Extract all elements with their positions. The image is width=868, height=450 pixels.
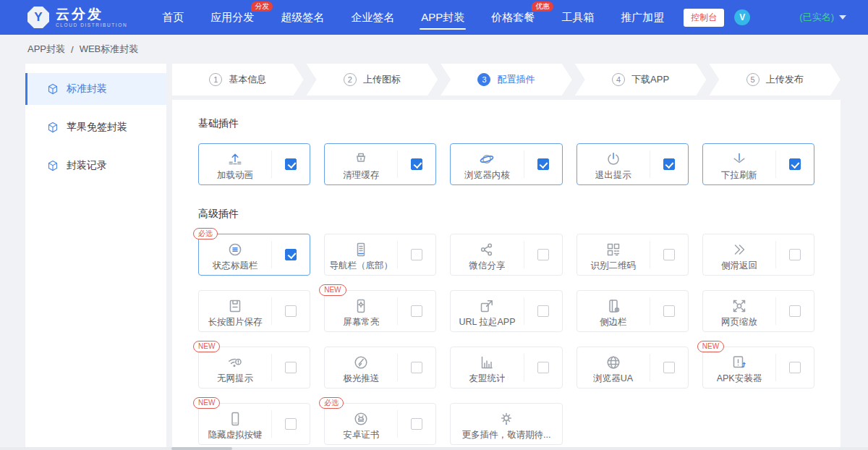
plugin-checkbox[interactable] — [411, 305, 422, 317]
plugin-card-1-7[interactable]: URL 拉起APP — [450, 290, 562, 332]
zoom-expand-icon — [731, 297, 748, 315]
plugin-checkbox[interactable] — [285, 362, 297, 373]
plugin-card-1-15[interactable]: NEW隐藏虚拟按键 — [198, 403, 310, 445]
nav-item-4[interactable]: APP封装 — [421, 0, 464, 35]
plugin-card-1-1[interactable]: 导航栏（底部） — [324, 234, 436, 276]
plugin-checkbox[interactable] — [789, 249, 801, 260]
nav-item-label: 应用分发 — [210, 11, 254, 25]
app-logo[interactable]: Y 云分发 CLOUD DISTRIBUTION — [27, 7, 127, 28]
plugin-info: 隐藏虚拟按键 — [199, 407, 271, 441]
plugin-checkbox[interactable] — [411, 362, 422, 373]
plugin-card-0-4[interactable]: 下拉刷新 — [702, 143, 814, 185]
account-menu[interactable]: (已实名) — [799, 11, 846, 24]
plugin-label: 识别二维码 — [590, 260, 636, 271]
wizard-step-1[interactable]: 1基本信息 — [172, 64, 304, 95]
nav-item-7[interactable]: 推广加盟 — [621, 0, 664, 35]
sidebar-item-1[interactable]: 苹果免签封装 — [25, 111, 166, 143]
plugin-label: 友盟统计 — [469, 373, 505, 384]
plugin-card-1-10[interactable]: NEW无网提示 — [198, 347, 310, 389]
sidebar: 标准封装苹果免签封装封装记录 — [25, 64, 166, 450]
section-title: 高级插件 — [198, 208, 814, 221]
horizontal-scrollbar-thumb[interactable] — [171, 447, 232, 450]
wizard-step-4[interactable]: 4下载APP — [575, 64, 707, 95]
plugin-card-1-12[interactable]: 友盟统计 — [450, 347, 562, 389]
plugin-checkbox[interactable] — [663, 362, 675, 373]
step-number: 1 — [209, 73, 222, 86]
user-avatar[interactable]: V — [734, 9, 750, 25]
nav-item-label: 企业签名 — [351, 11, 394, 25]
plugin-panel: 基础插件加载动画清理缓存浏览器内核退出提示下拉刷新高级插件必选状态标题栏导航栏（… — [172, 100, 841, 450]
plugin-info: APK安装器 — [703, 351, 775, 384]
nav-item-label: 价格套餐 — [491, 11, 535, 25]
plugin-checkbox[interactable] — [537, 362, 549, 373]
plugin-checkbox[interactable] — [285, 158, 297, 170]
plugin-checkbox[interactable] — [411, 249, 422, 260]
plugin-card-1-16[interactable]: 必选安卓证书 — [324, 403, 436, 445]
plugin-card-1-3[interactable]: 识别二维码 — [576, 234, 689, 276]
plugin-card-1-4[interactable]: 侧滑返回 — [702, 234, 814, 276]
wizard-step-3[interactable]: 3配置插件 — [441, 64, 572, 95]
plugin-checkbox[interactable] — [285, 418, 297, 430]
plugin-card-0-2[interactable]: 浏览器内核 — [450, 143, 562, 185]
plugin-card-1-2[interactable]: 微信分享 — [450, 234, 562, 276]
plugin-card-1-11[interactable]: 极光推送 — [324, 347, 436, 389]
sidebar-item-label: 封装记录 — [67, 159, 107, 172]
plugin-card-1-14[interactable]: NEWAPK安装器 — [702, 347, 814, 389]
plugin-checkbox[interactable] — [537, 158, 549, 170]
plugin-grid: 加载动画清理缓存浏览器内核退出提示下拉刷新 — [198, 143, 814, 185]
plugin-card-1-0[interactable]: 必选状态标题栏 — [198, 234, 310, 276]
plugin-info: 更多插件，敬请期待... — [451, 407, 561, 441]
step-label: 上传图标 — [363, 73, 401, 86]
plugin-card-1-8[interactable]: 侧边栏 — [576, 290, 689, 332]
jpush-icon — [352, 354, 370, 371]
sidebar-item-2[interactable]: 封装记录 — [25, 150, 166, 182]
nav-item-0[interactable]: 首页 — [162, 0, 184, 35]
logo-y-icon: Y — [27, 7, 49, 28]
plugin-label: 导航栏（底部） — [330, 260, 393, 271]
plugin-card-0-1[interactable]: 清理缓存 — [324, 143, 436, 185]
plugin-badge: NEW — [697, 341, 724, 352]
plugin-label: 微信分享 — [469, 260, 505, 271]
plugin-checkbox[interactable] — [789, 362, 801, 373]
plugin-checkbox[interactable] — [663, 305, 675, 317]
wifi-alert-icon — [226, 354, 244, 371]
plugin-card-1-6[interactable]: NEW屏幕常亮 — [324, 290, 436, 332]
plugin-checkbox[interactable] — [663, 158, 675, 170]
step-label: 上传发布 — [766, 73, 804, 86]
wizard-step-5[interactable]: 5上传发布 — [709, 64, 841, 95]
plugin-checkbox[interactable] — [285, 305, 297, 317]
plugin-checkbox[interactable] — [411, 418, 422, 430]
nav-item-1[interactable]: 应用分发分发 — [210, 0, 254, 35]
plugin-card-0-3[interactable]: 退出提示 — [576, 143, 689, 185]
plugin-card-1-13[interactable]: 浏览器UA — [576, 347, 689, 389]
nav-item-label: 超级签名 — [281, 11, 324, 25]
plugin-info: 侧边栏 — [577, 294, 650, 328]
android-cert-icon — [352, 410, 370, 428]
more-plugins-card[interactable]: 更多插件，敬请期待... — [450, 403, 562, 445]
plugin-checkbox[interactable] — [537, 305, 549, 317]
plugin-checkbox[interactable] — [789, 158, 801, 170]
plugin-checkbox[interactable] — [789, 305, 801, 317]
plugin-card-1-9[interactable]: 网页缩放 — [702, 290, 814, 332]
plugin-label: 退出提示 — [595, 170, 631, 181]
nav-item-6[interactable]: 工具箱 — [561, 0, 594, 35]
main-nav: 首页应用分发分发超级签名企业签名APP封装价格套餐优惠工具箱推广加盟 — [162, 0, 664, 35]
nav-item-5[interactable]: 价格套餐优惠 — [491, 0, 535, 35]
nav-item-2[interactable]: 超级签名 — [281, 0, 324, 35]
plugin-checkbox[interactable] — [285, 249, 297, 260]
sidebar-item-0[interactable]: 标准封装 — [25, 73, 166, 105]
plugin-checkbox[interactable] — [537, 249, 549, 260]
plugin-card-1-5[interactable]: 长按图片保存 — [198, 290, 310, 332]
plugin-info: 识别二维码 — [577, 238, 650, 271]
package-cube-icon — [46, 82, 59, 95]
console-button[interactable]: 控制台 — [684, 9, 724, 27]
plugin-card-0-0[interactable]: 加载动画 — [198, 143, 310, 185]
chevrons-right-icon — [731, 241, 748, 258]
horizontal-scrollbar-track[interactable] — [0, 447, 868, 450]
breadcrumb-section[interactable]: APP封装 — [27, 43, 65, 56]
plugin-checkbox[interactable] — [663, 249, 675, 260]
nav-item-3[interactable]: 企业签名 — [351, 0, 394, 35]
wizard-step-2[interactable]: 2上传图标 — [307, 64, 438, 95]
plugin-info: URL 拉起APP — [451, 294, 523, 328]
plugin-checkbox[interactable] — [411, 158, 422, 170]
